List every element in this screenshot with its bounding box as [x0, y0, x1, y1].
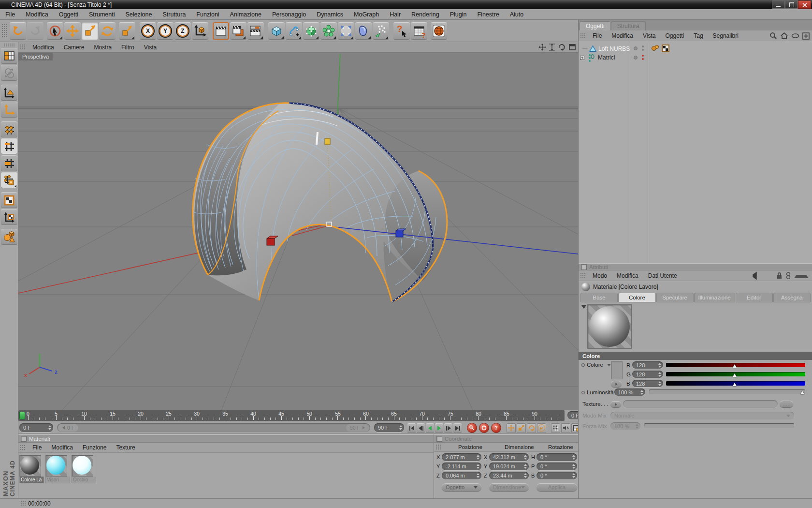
om-menu-tag[interactable]: Tag — [689, 31, 708, 40]
record-keyframe-button[interactable] — [467, 423, 477, 433]
play-backward-button[interactable] — [426, 423, 434, 433]
coordinate-system-button[interactable] — [192, 22, 208, 40]
render-queue-button[interactable] — [247, 22, 264, 40]
goto-start-button[interactable] — [407, 423, 416, 433]
render-visibility-dot[interactable] — [642, 55, 644, 57]
mix-mode-dropdown[interactable]: Normale — [610, 412, 794, 419]
expand-icon[interactable] — [580, 56, 584, 60]
home-icon[interactable] — [780, 32, 788, 40]
render-settings-button[interactable] — [230, 22, 246, 40]
tab-speculare[interactable]: Speculare — [656, 293, 694, 302]
deformer-object-button[interactable] — [338, 22, 354, 40]
tab-illuminazione[interactable]: Illuminazione — [694, 293, 735, 302]
om-menu-vista[interactable]: Vista — [638, 31, 660, 40]
environment-object-button[interactable] — [355, 22, 372, 40]
preview-expander-icon[interactable] — [581, 305, 586, 309]
record-rotation-toggle[interactable] — [527, 423, 536, 433]
nurbs-object-button[interactable] — [303, 22, 319, 40]
channel-g-slider[interactable] — [666, 372, 805, 376]
viewport-menu-camere[interactable]: Camere — [59, 43, 89, 52]
menu-oggetti[interactable]: Oggetti — [54, 10, 84, 19]
viewport-menu-grip[interactable] — [20, 44, 26, 50]
pan-view-icon[interactable] — [538, 44, 546, 51]
dim-z-field[interactable]: 23.44 m — [489, 472, 529, 479]
tab-struttura[interactable]: Struttura — [611, 21, 646, 30]
material-item[interactable]: Colore La — [19, 455, 44, 483]
last-tool-button[interactable] — [119, 22, 135, 40]
menu-funzioni[interactable]: Funzioni — [191, 10, 224, 19]
minimize-button[interactable] — [772, 0, 785, 9]
om-grip[interactable] — [580, 33, 586, 39]
object-tree[interactable]: Loft NURBS Matrici — [579, 41, 812, 263]
autokey-button[interactable] — [479, 423, 489, 433]
dim-y-field[interactable]: 19.024 m — [489, 463, 529, 470]
texture-tag-icon[interactable] — [662, 45, 669, 52]
pos-x-field[interactable]: 2.877 m — [442, 453, 481, 461]
render-visibility-dot[interactable] — [642, 58, 644, 60]
viewport-label[interactable]: Prospettiva — [18, 53, 53, 60]
range-start-grip[interactable]: 0 F — [58, 424, 78, 432]
panel-menu-icon[interactable] — [581, 264, 587, 270]
eye-icon[interactable] — [791, 32, 799, 40]
om-menu-modifica[interactable]: Modifica — [607, 31, 638, 40]
panel-menu-icon[interactable] — [21, 436, 27, 442]
slider-marker[interactable] — [800, 391, 804, 394]
scroll-up-icon[interactable] — [794, 273, 809, 278]
array-object-button[interactable] — [320, 22, 337, 40]
editor-visibility-dot[interactable] — [634, 56, 638, 60]
preview-range-slider[interactable]: 0 F 90 F — [57, 423, 370, 432]
undo-button[interactable] — [10, 22, 26, 40]
snap-settings-button[interactable] — [1, 229, 17, 245]
panel-menu-icon[interactable] — [436, 436, 442, 442]
object-row-matrici[interactable]: Matrici — [579, 53, 812, 62]
keyframe-selection-toggle[interactable] — [561, 423, 570, 433]
menu-selezione[interactable]: Selezione — [120, 10, 158, 19]
viewport-menu-vista[interactable]: Vista — [139, 43, 161, 52]
next-key-button[interactable] — [444, 423, 452, 433]
menu-struttura[interactable]: Struttura — [157, 10, 191, 19]
playhead[interactable] — [19, 412, 25, 419]
toolbar-grip[interactable] — [1, 24, 8, 38]
coord-mode-dropdown[interactable]: Oggetto — [442, 483, 481, 491]
prev-key-button[interactable] — [417, 423, 425, 433]
use-world-system-button[interactable] — [1, 65, 17, 81]
om-menu-file[interactable]: File — [588, 31, 607, 40]
tab-base[interactable]: Base — [580, 293, 618, 302]
channel-b-field[interactable]: 128 — [632, 380, 663, 387]
close-button[interactable] — [798, 0, 811, 9]
channel-b-slider[interactable] — [666, 381, 805, 386]
menu-modifica[interactable]: Modifica — [20, 10, 54, 19]
model-mode-button[interactable] — [1, 85, 17, 101]
material-item[interactable]: Visori — [45, 455, 70, 483]
online-help-button[interactable] — [431, 22, 447, 40]
material-tag-icon[interactable] — [651, 45, 661, 52]
mix-strength-slider[interactable] — [644, 423, 794, 428]
luminosity-slider[interactable] — [649, 389, 805, 394]
scale-tool-button[interactable] — [82, 22, 98, 40]
texture-mode-button[interactable] — [1, 192, 17, 208]
tab-colore[interactable]: Colore — [618, 293, 655, 302]
texture-field[interactable] — [623, 400, 778, 408]
object-row-loft-nurbs[interactable]: Loft NURBS — [579, 44, 812, 53]
viewport[interactable]: x z Prospettiva — [18, 53, 578, 410]
viewport-menu-modifica[interactable]: Modifica — [28, 43, 59, 52]
am-menu-dati-utente[interactable]: Dati Utente — [643, 271, 682, 280]
coordinates-grip[interactable] — [435, 444, 442, 450]
range-end-grip[interactable]: 90 F — [346, 424, 369, 432]
slider-marker[interactable] — [733, 374, 737, 377]
color-section-header[interactable]: Colore — [579, 352, 812, 360]
layers-icon[interactable] — [785, 272, 791, 279]
maximize-view-icon[interactable] — [568, 44, 576, 51]
editor-visibility-dot[interactable] — [634, 46, 638, 50]
materials-menu-texture[interactable]: Texture — [111, 443, 140, 452]
end-frame-field[interactable]: 90 F — [374, 423, 404, 432]
render-visibility-dot[interactable] — [642, 45, 644, 47]
mix-strength-field[interactable]: 100 % — [610, 422, 640, 430]
mode-toolbar-grip[interactable] — [3, 43, 15, 47]
uv-mode-button[interactable] — [1, 172, 17, 188]
pos-y-field[interactable]: -2.114 m — [442, 463, 481, 470]
menu-finestre[interactable]: Finestre — [472, 10, 504, 19]
om-menu-segnalibri[interactable]: Segnalibri — [708, 31, 743, 40]
texture-axis-mode-button[interactable] — [1, 209, 17, 225]
lock-icon[interactable] — [776, 272, 783, 279]
